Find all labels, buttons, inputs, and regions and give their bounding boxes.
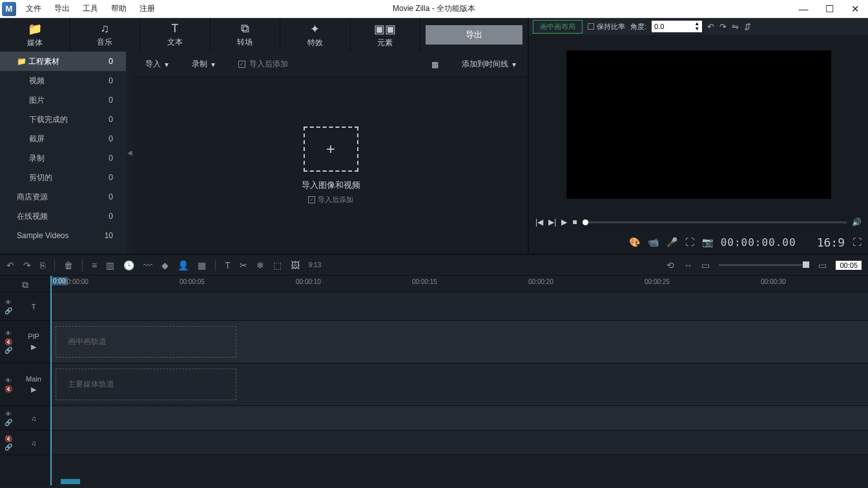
sidebar-item-3[interactable]: 下载完成的0 (0, 110, 126, 129)
menu-export[interactable]: 导出 (48, 3, 76, 14)
sidebar-count: 0 (108, 76, 113, 85)
link-icon[interactable]: 🔗 (5, 419, 12, 426)
pip-layout-button[interactable]: 画中画布局 (533, 20, 583, 34)
track-pip[interactable]: 画中画轨道 (50, 321, 868, 363)
maximize-button[interactable]: ☐ (816, 3, 842, 15)
zoom-slider[interactable] (719, 264, 809, 266)
sidebar-item-6[interactable]: 剪切的0 (0, 168, 126, 187)
delete-icon[interactable]: 🗑 (64, 260, 73, 270)
link-icon[interactable]: 🔗 (5, 347, 12, 354)
copy-icon[interactable]: ⎘ (40, 260, 45, 270)
camera-video-icon[interactable]: 📹 (648, 237, 659, 247)
ruler-tick: 00:00:00 (63, 278, 88, 285)
export-button[interactable]: 导出 (426, 25, 522, 45)
align-icon[interactable]: ≡ (92, 260, 97, 270)
text-tool-icon[interactable]: T (225, 260, 231, 270)
rotate-ccw-icon[interactable]: ↶ (707, 22, 714, 32)
crop-icon[interactable]: ⬚ (273, 260, 282, 270)
marker-icon[interactable]: ◆ (161, 260, 169, 270)
capture-icon[interactable]: ⛶ (685, 237, 694, 247)
snapshot-icon[interactable]: 📷 (702, 237, 713, 247)
import-button[interactable]: 导入▾ (134, 59, 180, 70)
freeze-icon[interactable]: ❄ (256, 260, 264, 270)
refresh-icon[interactable]: ⟲ (666, 260, 674, 270)
add-to-timeline-button[interactable]: 添加到时间线▾ (450, 59, 528, 70)
overlap-icon[interactable]: ⧉ (22, 280, 28, 290)
tab-elements[interactable]: ▣▣元素 (351, 18, 421, 52)
mic-icon[interactable]: 🎤 (666, 237, 677, 247)
duration-input[interactable]: 00:05 (836, 261, 862, 270)
zoom-out-icon[interactable]: ▭ (701, 260, 710, 270)
view-grid-button[interactable]: ▦ (420, 60, 450, 69)
sidebar-item-4[interactable]: 截屏0 (0, 129, 126, 148)
volume-button[interactable]: 🔊 (852, 218, 862, 227)
menu-tools[interactable]: 工具 (76, 3, 105, 14)
main-track-icon: ▶ (17, 385, 50, 394)
audio-wave-icon[interactable]: 〰 (143, 260, 152, 270)
flip-vertical-icon[interactable]: ⇵ (744, 22, 751, 32)
menu-register[interactable]: 注册 (133, 3, 161, 14)
keep-ratio-checkbox[interactable]: 保持比率 (588, 22, 625, 32)
seek-bar[interactable] (583, 221, 847, 223)
add-after-import-checkbox[interactable]: ✓导入后添加 (227, 59, 300, 70)
link-icon[interactable]: 🔗 (5, 307, 12, 314)
stop-button[interactable]: ■ (572, 218, 577, 227)
redo-icon[interactable]: ↷ (23, 260, 31, 270)
timeline-scrollbar-thumb[interactable] (61, 479, 80, 484)
tab-transition[interactable]: ⧉转场 (211, 18, 281, 52)
palette-icon[interactable]: 🎨 (629, 237, 640, 247)
person-icon[interactable]: 👤 (178, 260, 189, 270)
mute-icon[interactable]: 🔇 (5, 435, 12, 442)
track-audio1[interactable] (50, 406, 868, 431)
angle-input[interactable]: 0.0▲▼ (652, 21, 702, 32)
sidebar-item-7[interactable]: 商店资源0 (0, 187, 126, 207)
mosaic-icon[interactable]: ▦ (198, 260, 206, 270)
play-button[interactable]: ▶ (561, 218, 567, 227)
fit-icon[interactable]: ↔ (683, 260, 692, 270)
mute-icon[interactable]: 🔇 (5, 338, 12, 345)
zoom-in-icon[interactable]: ▭ (818, 260, 827, 270)
sidebar-item-0[interactable]: 📁 工程素材0 (0, 52, 126, 71)
undo-icon[interactable]: ↶ (6, 260, 14, 270)
close-button[interactable]: ✕ (842, 3, 868, 15)
flip-horizontal-icon[interactable]: ⇋ (732, 22, 739, 32)
sidebar-item-8[interactable]: 在线视频0 (0, 207, 126, 226)
track-main[interactable]: 主要媒体轨道 (50, 363, 868, 406)
drop-box[interactable]: + (304, 127, 358, 172)
link-icon[interactable]: 🔗 (5, 443, 12, 451)
eye-icon[interactable]: 👁 (5, 377, 12, 384)
tab-music[interactable]: ♫音乐 (70, 18, 141, 52)
tab-text[interactable]: T文本 (140, 18, 211, 52)
rotate-cw-icon[interactable]: ↷ (719, 22, 727, 32)
tracks-icon[interactable]: ▥ (106, 260, 114, 270)
sidebar-item-5[interactable]: 录制0 (0, 148, 126, 168)
sidebar-item-2[interactable]: 图片0 (0, 90, 126, 110)
tab-effects[interactable]: ✦特效 (280, 18, 351, 52)
minimize-button[interactable]: — (790, 3, 816, 15)
prev-frame-button[interactable]: |◀ (535, 218, 543, 227)
next-frame-button[interactable]: ▶| (548, 218, 556, 227)
image-icon[interactable]: 🖼 (291, 260, 300, 270)
track-audio2[interactable] (50, 431, 868, 455)
menu-help[interactable]: 帮助 (105, 3, 133, 14)
drop-add-after-checkbox[interactable]: ✓导入后添加 (308, 195, 353, 205)
spinner-icon[interactable]: ▲▼ (694, 21, 699, 32)
menu-file[interactable]: 文件 (19, 3, 48, 14)
sidebar-item-9[interactable]: Sample Videos10 (0, 226, 126, 245)
eye-icon[interactable]: 👁 (5, 411, 12, 418)
sidebar-collapse-button[interactable]: ◀ (126, 52, 134, 254)
music-icon: ♫ (70, 22, 140, 36)
timeline-ruler[interactable]: 0:00 00:00:0000:00:0500:00:1000:00:1500:… (50, 276, 868, 292)
track-text[interactable] (50, 292, 868, 321)
playhead[interactable] (50, 276, 52, 485)
media-drop-zone[interactable]: + 导入图像和视频 ✓导入后添加 (134, 77, 528, 254)
clock-icon[interactable]: 🕓 (123, 260, 134, 270)
eye-icon[interactable]: 👁 (5, 299, 12, 306)
record-button[interactable]: 录制▾ (180, 59, 227, 70)
scissors-icon[interactable]: ✂ (240, 260, 247, 270)
fullscreen-icon[interactable]: ⛶ (852, 237, 862, 247)
sidebar-item-1[interactable]: 视频0 (0, 71, 126, 90)
mute-icon[interactable]: 🔇 (5, 385, 12, 392)
tab-media[interactable]: 📁媒体 (0, 18, 70, 52)
eye-icon[interactable]: 👁 (5, 330, 12, 337)
